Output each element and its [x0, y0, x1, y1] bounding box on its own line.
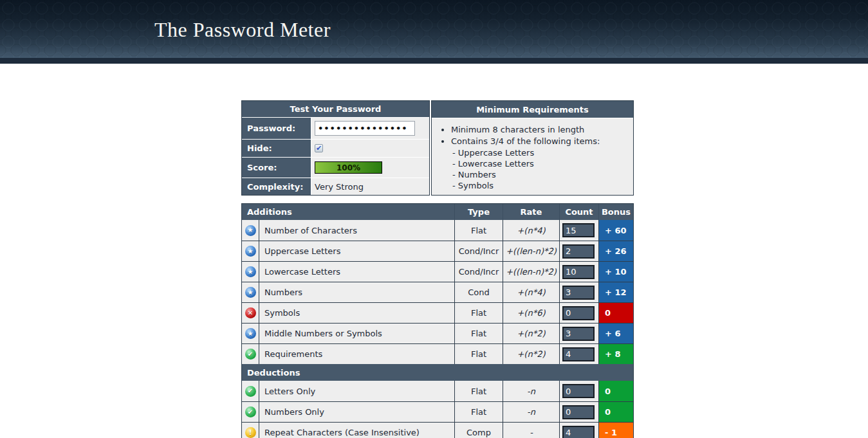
- rule-name: Symbols: [259, 303, 454, 323]
- count-cell: [559, 262, 598, 282]
- count-cell: [559, 324, 598, 343]
- count-cell: [559, 423, 598, 438]
- bonus-cell: + 10: [598, 262, 633, 282]
- icon-cell: ★: [242, 241, 259, 261]
- bonus-cell: + 8: [598, 344, 633, 364]
- rule-rate: +((len-n)*2): [503, 262, 559, 282]
- password-input[interactable]: [315, 121, 415, 136]
- rule-name: Requirements: [259, 344, 454, 364]
- count-cell: [559, 381, 598, 401]
- star-icon: ★: [245, 246, 256, 257]
- password-value-cell: [311, 118, 429, 139]
- count-input[interactable]: [562, 265, 595, 279]
- count-cell: [559, 402, 598, 422]
- rule-type: Flat: [454, 220, 503, 241]
- complexity-label: Complexity:: [242, 178, 311, 195]
- rule-type: Cond/Incr: [454, 262, 503, 282]
- bonus-cell: + 26: [598, 241, 633, 261]
- score-value-cell: 100%: [311, 158, 429, 178]
- complexity-value: Very Strong: [311, 178, 429, 195]
- table-row: ★Lowercase LettersCond/Incr+((len-n)*2)+…: [242, 261, 633, 282]
- bonus-cell: + 60: [598, 220, 633, 241]
- requirements-title: Minimum Requirements: [432, 101, 633, 118]
- rule-name: Letters Only: [259, 381, 454, 401]
- pass-icon: ✔: [245, 406, 256, 417]
- rule-type: Cond: [454, 282, 503, 302]
- additions-header-row: Additions Type Rate Count Bonus: [242, 204, 633, 220]
- requirement-sub-item: - Lowercase Letters: [452, 158, 628, 169]
- count-column-header: Count: [559, 204, 598, 220]
- requirement-item: Contains 3/4 of the following items:: [451, 136, 628, 147]
- count-input[interactable]: [562, 286, 595, 300]
- count-input[interactable]: [562, 327, 595, 341]
- table-row: !Repeat Characters (Case Insensitive)Com…: [242, 422, 633, 438]
- score-label: Score:: [242, 158, 311, 178]
- count-input[interactable]: [562, 223, 595, 237]
- icon-cell: !: [242, 423, 259, 438]
- table-row: ★NumbersCond+(n*4)+ 12: [242, 282, 633, 302]
- icon-cell: ✔: [242, 381, 259, 401]
- bonus-cell: 0: [598, 381, 633, 401]
- count-input[interactable]: [562, 306, 595, 320]
- table-row: ✔Letters OnlyFlat-n0: [242, 381, 633, 401]
- rule-rate: -: [503, 423, 559, 438]
- hide-checkbox[interactable]: ✔: [315, 144, 323, 152]
- pass-icon: ✔: [245, 386, 256, 397]
- rule-type: Flat: [454, 303, 503, 323]
- requirements-body: Minimum 8 characters in length Contains …: [432, 118, 633, 195]
- rule-rate: -n: [503, 381, 559, 401]
- table-row: ✔RequirementsFlat+(n*2)+ 8: [242, 343, 633, 364]
- count-input[interactable]: [562, 405, 595, 419]
- count-input[interactable]: [562, 384, 595, 398]
- bonus-cell: + 6: [598, 324, 633, 343]
- rule-type: Cond/Incr: [454, 241, 503, 261]
- deductions-rows: ✔Letters OnlyFlat-n0✔Numbers OnlyFlat-n0…: [242, 381, 633, 438]
- table-row: ✔Numbers OnlyFlat-n0: [242, 401, 633, 422]
- count-cell: [559, 220, 598, 241]
- hide-label: Hide:: [242, 140, 311, 157]
- hide-row: Hide: ✔: [242, 139, 429, 157]
- table-row: ★Number of CharactersFlat+(n*4)+ 60: [242, 220, 633, 241]
- top-tables: Test Your Password Password: Hide: ✔ Sco…: [241, 100, 634, 196]
- icon-cell: ✕: [242, 303, 259, 323]
- rule-rate: +(n*2): [503, 324, 559, 343]
- rule-rate: -n: [503, 402, 559, 422]
- minimum-requirements-panel: Minimum Requirements Minimum 8 character…: [431, 100, 634, 196]
- password-label: Password:: [242, 118, 311, 139]
- rule-type: Flat: [454, 324, 503, 343]
- warn-icon: !: [245, 427, 256, 438]
- rule-type: Flat: [454, 344, 503, 364]
- page-title: The Password Meter: [154, 18, 331, 42]
- table-row: ✕SymbolsFlat+(n*6)0: [242, 302, 633, 323]
- additions-header: Additions: [242, 204, 454, 220]
- bonus-column-header: Bonus: [598, 204, 633, 220]
- rate-column-header: Rate: [503, 204, 559, 220]
- fail-icon: ✕: [245, 307, 256, 318]
- score-percent: 100%: [315, 162, 382, 173]
- icon-cell: ★: [242, 324, 259, 343]
- count-input[interactable]: [562, 426, 595, 438]
- icon-cell: ✔: [242, 344, 259, 364]
- count-input[interactable]: [562, 347, 595, 361]
- requirement-sub-item: - Symbols: [452, 180, 628, 191]
- table-row: ★Uppercase LettersCond/Incr+((len-n)*2)+…: [242, 241, 633, 261]
- hide-value-cell: ✔: [311, 140, 429, 157]
- bonus-cell: - 1: [598, 423, 633, 438]
- icon-cell: ★: [242, 282, 259, 302]
- score-row: Score: 100%: [242, 157, 429, 178]
- requirement-sub-item: - Uppercase Letters: [452, 147, 628, 158]
- count-cell: [559, 241, 598, 261]
- rule-rate: +((len-n)*2): [503, 241, 559, 261]
- icon-cell: ★: [242, 220, 259, 241]
- star-icon: ★: [245, 328, 256, 339]
- test-panel-title: Test Your Password: [242, 101, 429, 117]
- rule-name: Middle Numbers or Symbols: [259, 324, 454, 343]
- rule-rate: +(n*4): [503, 220, 559, 241]
- rule-type: Comp: [454, 423, 503, 438]
- rule-rate: +(n*2): [503, 344, 559, 364]
- rule-name: Repeat Characters (Case Insensitive): [259, 423, 454, 438]
- count-input[interactable]: [562, 244, 595, 259]
- count-cell: [559, 303, 598, 323]
- count-cell: [559, 344, 598, 364]
- requirement-item: Minimum 8 characters in length: [451, 124, 628, 135]
